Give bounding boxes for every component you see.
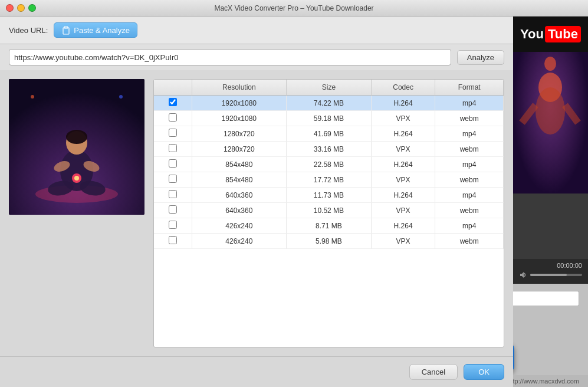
cell-codec-6: H.264 [371,188,435,203]
row-checkbox-9[interactable] [169,236,177,244]
col-format: Format [435,80,504,96]
cell-format-7: webm [435,203,504,218]
ok-button[interactable]: OK [464,364,504,380]
cell-resolution-6: 640x360 [192,188,287,203]
url-input[interactable] [9,49,451,65]
svg-point-20 [31,95,34,99]
cell-codec-2: H.264 [371,126,435,142]
url-bar: Video URL: Paste & Analyze [0,17,513,44]
cell-size-4: 22.58 MB [287,157,372,172]
cell-resolution-0: 1920x1080 [192,96,287,111]
window-title: MacX Video Converter Pro – YouTube Downl… [214,4,373,12]
table-row: 426x2405.98 MBVPXwebm [154,234,504,249]
col-size: Size [287,80,372,96]
cell-codec-5: VPX [371,172,435,188]
volume-bar[interactable] [530,274,582,276]
row-checkbox-5[interactable] [169,175,177,183]
cell-format-4: mp4 [435,157,504,172]
paste-analyze-button[interactable]: Paste & Analyze [54,22,137,38]
format-table-container: Resolution Size Codec Format 1920x108074… [153,79,504,347]
svg-point-21 [119,95,123,99]
row-checkbox-8[interactable] [169,221,177,229]
table-header-row: Resolution Size Codec Format [154,80,504,96]
col-check [154,80,192,96]
svg-point-3 [544,57,556,71]
window-controls [6,4,36,12]
title-bar: MacX Video Converter Pro – YouTube Downl… [0,0,588,17]
cell-resolution-1: 1920x1080 [192,111,287,126]
dialog-overlay: Video URL: Paste & Analyze Analyze [0,17,513,387]
format-area: Resolution Size Codec Format 1920x108074… [0,70,513,356]
cell-format-2: mp4 [435,126,504,142]
col-codec: Codec [371,80,435,96]
svg-point-13 [66,130,87,144]
player-controls: 00:00:00 [513,259,588,284]
thumbnail-svg [9,79,144,215]
col-resolution: Resolution [192,80,287,96]
cell-resolution-4: 854x480 [192,157,287,172]
url-input-row: Analyze [0,44,513,70]
cell-size-8: 8.71 MB [287,218,372,234]
cell-size-9: 5.98 MB [287,234,372,249]
close-button[interactable] [6,4,14,12]
svg-rect-7 [63,28,69,34]
dialog-buttons: Cancel OK [0,356,513,387]
cell-format-0: mp4 [435,96,504,111]
cell-codec-1: VPX [371,111,435,126]
maximize-button[interactable] [28,4,36,12]
cell-codec-7: VPX [371,203,435,218]
time-display: 00:00:00 [516,262,585,269]
cell-size-7: 10.52 MB [287,203,372,218]
row-checkbox-0[interactable] [169,98,177,106]
cell-size-2: 41.69 MB [287,126,372,142]
row-checkbox-7[interactable] [169,205,177,214]
cell-size-1: 59.18 MB [287,111,372,126]
table-row: 640x36011.73 MBH.264mp4 [154,188,504,203]
cell-size-5: 17.72 MB [287,172,372,188]
youtube-you: You [520,27,544,42]
youtube-tube: Tube [545,26,581,42]
cell-resolution-9: 426x240 [192,234,287,249]
video-url-label: Video URL: [9,26,48,35]
cell-resolution-2: 1280x720 [192,126,287,142]
analyze-button[interactable]: Analyze [457,50,504,65]
table-row: 1920x108074.22 MBH.264mp4 [154,96,504,111]
row-checkbox-6[interactable] [169,190,177,198]
app-container: You Tube 0 [0,17,588,387]
cell-codec-4: H.264 [371,157,435,172]
cell-resolution-8: 426x240 [192,218,287,234]
cell-format-5: webm [435,172,504,188]
paste-analyze-label: Paste & Analyze [74,26,130,35]
svg-point-2 [536,87,565,135]
cell-codec-9: VPX [371,234,435,249]
table-row: 1920x108059.18 MBVPXwebm [154,111,504,126]
table-row: 426x2408.71 MBH.264mp4 [154,218,504,234]
svg-marker-6 [520,272,524,278]
cell-resolution-5: 854x480 [192,172,287,188]
table-row: 854x48017.72 MBVPXwebm [154,172,504,188]
cell-size-6: 11.73 MB [287,188,372,203]
cell-format-1: webm [435,111,504,126]
cancel-button[interactable]: Cancel [409,364,458,380]
volume-icon [519,271,527,279]
table-row: 1280x72041.69 MBH.264mp4 [154,126,504,142]
youtube-badge: You Tube [513,17,588,52]
minimize-button[interactable] [17,4,25,12]
format-table: Resolution Size Codec Format 1920x108074… [154,80,504,249]
status-url: http://www.macxdvd.com [507,378,579,385]
row-checkbox-1[interactable] [169,113,177,122]
row-checkbox-2[interactable] [169,129,177,137]
table-row: 854x48022.58 MBH.264mp4 [154,157,504,172]
table-row: 640x36010.52 MBVPXwebm [154,203,504,218]
cell-resolution-7: 640x360 [192,203,287,218]
cell-codec-3: VPX [371,142,435,157]
row-checkbox-4[interactable] [169,159,177,168]
format-table-body: 1920x108074.22 MBH.264mp41920x108059.18 … [154,96,504,249]
cell-resolution-3: 1280x720 [192,142,287,157]
cell-codec-0: H.264 [371,96,435,111]
video-thumbnail [9,79,144,215]
row-checkbox-3[interactable] [169,144,177,152]
svg-point-19 [74,176,79,181]
cell-format-6: mp4 [435,188,504,203]
cell-codec-8: H.264 [371,218,435,234]
